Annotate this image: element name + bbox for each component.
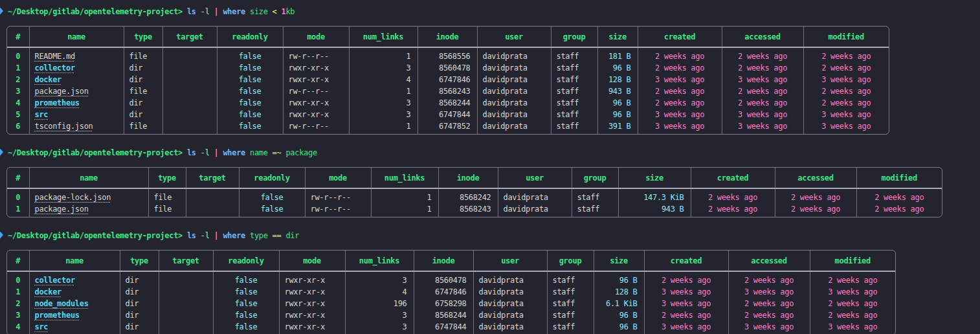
table-cell: 943 B xyxy=(618,203,691,217)
table-row: 3package.jsonfilefalserw-r--r--18568243d… xyxy=(7,85,889,97)
table-cell: staff xyxy=(547,286,594,298)
table: #nametypetargetreadonlymodenum_linksinod… xyxy=(7,251,895,334)
column-header-name: name xyxy=(29,168,148,188)
table-cell: davidprata xyxy=(473,309,547,321)
file-name-link[interactable]: src xyxy=(29,321,120,334)
command-token: ls xyxy=(187,7,196,16)
table-row: 2node_modulesdirfalserwxr-xr-x1966758298… xyxy=(7,298,895,309)
table-cell: rw-r--r-- xyxy=(283,120,349,134)
table-cell: 3 xyxy=(345,309,414,321)
table-cell: 3 weeks ago xyxy=(644,321,728,334)
table-cell: 8568242 xyxy=(438,188,498,203)
pipe-token: | xyxy=(214,231,219,240)
table-cell: 2 weeks ago xyxy=(803,47,889,62)
file-name-link[interactable]: tsconfig.json xyxy=(29,120,124,134)
table-cell: 1 xyxy=(7,286,29,298)
table-cell: rwxr-xr-x xyxy=(283,74,349,85)
table-cell: 3 weeks ago xyxy=(638,74,722,85)
table-cell: rw-r--r-- xyxy=(305,188,371,203)
table-cell: 8568244 xyxy=(418,97,477,109)
table-cell: dir xyxy=(120,286,159,298)
table-cell: 96 B xyxy=(594,309,644,321)
file-name-link[interactable]: package.json xyxy=(29,85,124,97)
table-cell: staff xyxy=(547,298,594,309)
table-cell: staff xyxy=(551,120,597,134)
table-cell: 2 weeks ago xyxy=(803,97,889,109)
file-name-link[interactable]: prometheus xyxy=(29,309,120,321)
column-header-num_links: num_links xyxy=(371,168,438,188)
table-cell: false xyxy=(217,62,283,74)
file-name-link[interactable]: src xyxy=(29,109,124,120)
column-header-num_links: num_links xyxy=(345,251,414,271)
table-row: 1collectordirfalserwxr-xr-x38560478david… xyxy=(7,62,889,74)
table-cell: 3 xyxy=(349,62,418,74)
file-name-link[interactable]: collector xyxy=(29,62,124,74)
pipe-token: | xyxy=(214,148,219,157)
table-cell: rwxr-xr-x xyxy=(279,321,345,334)
column-header-target: target xyxy=(186,168,239,188)
column-header-name: name xyxy=(29,27,124,47)
file-name-link[interactable]: README.md xyxy=(29,47,124,62)
table-cell: 2 weeks ago xyxy=(638,85,722,97)
file-name-link[interactable]: collector xyxy=(29,271,120,286)
table-cell: rwxr-xr-x xyxy=(283,109,349,120)
table-cell: false xyxy=(239,188,305,203)
terminal[interactable]: ~/Desktop/gitlab/opentelemetry-project> … xyxy=(0,0,980,334)
table-cell: 2 weeks ago xyxy=(644,309,728,321)
table-cell: 3 weeks ago xyxy=(728,321,810,334)
column-header-mode: mode xyxy=(283,27,349,47)
table-cell: dir xyxy=(124,109,162,120)
column-header-inode: inode xyxy=(438,168,498,188)
column-header-index: # xyxy=(7,168,29,188)
table-cell: 1 xyxy=(371,203,438,217)
operator-token: =~ xyxy=(273,148,282,157)
table-cell: 2 weeks ago xyxy=(722,47,803,62)
table-row: 0README.mdfilefalserw-r--r--18568556davi… xyxy=(7,47,889,62)
table-cell: 2 weeks ago xyxy=(856,203,942,217)
table-header-row: #nametypetargetreadonlymodenum_linksinod… xyxy=(7,168,942,188)
table-cell: 1 xyxy=(371,188,438,203)
column-header-modified: modified xyxy=(856,168,942,188)
column-header-accessed: accessed xyxy=(728,251,810,271)
table-cell: staff xyxy=(551,97,597,109)
table-cell: davidprata xyxy=(498,203,572,217)
table-cell: file xyxy=(124,47,162,62)
table-cell: 3 weeks ago xyxy=(722,74,803,85)
table-cell: 96 B xyxy=(597,109,638,120)
table-cell: rw-r--r-- xyxy=(305,203,371,217)
file-name-link[interactable]: prometheus xyxy=(29,97,124,109)
table-cell: rwxr-xr-x xyxy=(283,62,349,74)
table-cell: 4 xyxy=(7,97,29,109)
table-cell: file xyxy=(124,85,162,97)
table-cell: 2 weeks ago xyxy=(722,62,803,74)
table: #nametypetargetreadonlymodenum_linksinod… xyxy=(7,27,889,134)
table-cell: 2 weeks ago xyxy=(722,85,803,97)
table-row: 0package-lock.jsonfilefalserw-r--r--1856… xyxy=(7,188,942,203)
file-name-link[interactable]: package-lock.json xyxy=(29,188,148,203)
table-row: 2dockerdirfalserwxr-xr-x46747846davidpra… xyxy=(7,74,889,85)
table-cell: 3 weeks ago xyxy=(728,286,810,298)
command-token: type xyxy=(250,231,268,240)
table-cell: 6758298 xyxy=(414,298,473,309)
table-cell: 196 xyxy=(345,298,414,309)
file-name-link[interactable]: package.json xyxy=(29,203,148,217)
column-header-type: type xyxy=(120,251,159,271)
table-cell: false xyxy=(217,120,283,134)
table-cell: 4 xyxy=(349,74,418,85)
file-name-link[interactable]: docker xyxy=(29,74,124,85)
command-token: where xyxy=(223,148,245,157)
file-name-link[interactable]: node_modules xyxy=(29,298,120,309)
table-cell: 391 B xyxy=(597,120,638,134)
table-cell: dir xyxy=(120,298,159,309)
table-cell: 3 xyxy=(345,321,414,334)
table-cell: staff xyxy=(551,74,597,85)
table-cell: rwxr-xr-x xyxy=(279,286,345,298)
command-token: where xyxy=(223,231,245,240)
column-header-readonly: readonly xyxy=(239,168,305,188)
table-cell: staff xyxy=(551,85,597,97)
file-name-link[interactable]: docker xyxy=(29,286,120,298)
table-cell: 2 xyxy=(7,74,29,85)
command-token: ls xyxy=(187,148,196,157)
table-cell: rwxr-xr-x xyxy=(279,271,345,286)
command-block-1: ~/Desktop/gitlab/opentelemetry-project> … xyxy=(0,6,980,137)
